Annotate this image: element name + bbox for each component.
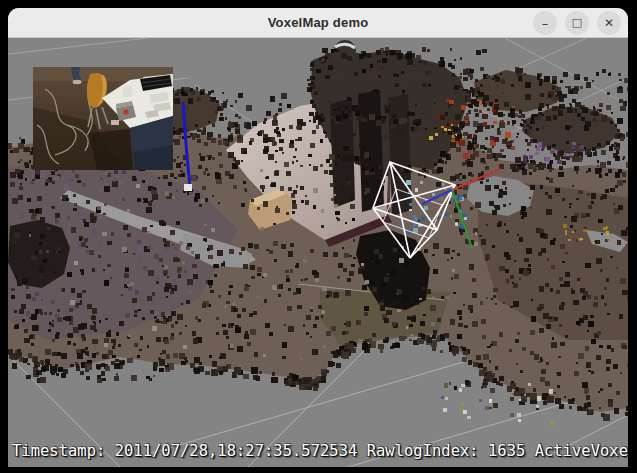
minimize-icon: – (542, 17, 549, 30)
timestamp-value: 2011/07/28,18:27:35.572534 (115, 442, 358, 460)
timestamp-label: Timestamp: (12, 442, 105, 460)
camera-inset-image (33, 67, 173, 170)
close-icon: ✕ (604, 17, 614, 29)
window-controls: – □ ✕ (533, 8, 621, 37)
status-bar: Timestamp: 2011/07/28,18:27:35.572534 Ra… (12, 442, 628, 460)
maximize-button[interactable]: □ (565, 11, 589, 35)
rawlog-value: 1635 (488, 442, 525, 460)
desktop-background: { "window": { "title": "VoxelMap demo", … (0, 0, 637, 473)
active-voxels-label: ActiveVoxe (535, 442, 628, 460)
minimize-button[interactable]: – (533, 11, 557, 35)
pink-item (111, 120, 119, 125)
3d-viewport[interactable]: Timestamp: 2011/07/28,18:27:35.572534 Ra… (8, 38, 628, 467)
maximize-icon: □ (572, 17, 582, 28)
close-button[interactable]: ✕ (597, 11, 621, 35)
rawlog-label: RawlogIndex: (367, 442, 479, 460)
window-title: VoxelMap demo (268, 15, 369, 30)
voxelmap-window: VoxelMap demo – □ ✕ (8, 8, 628, 467)
cup (123, 86, 132, 97)
titlebar[interactable]: VoxelMap demo – □ ✕ (8, 8, 628, 38)
monitor-tower (358, 90, 384, 212)
voxel-scene (8, 38, 628, 467)
